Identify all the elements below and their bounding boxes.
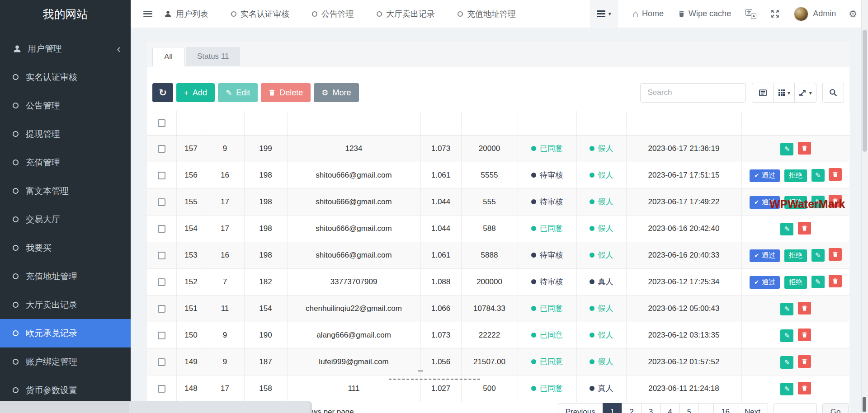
gear-icon[interactable]: ⚙ bbox=[849, 9, 857, 19]
delete-button[interactable] bbox=[798, 329, 811, 341]
bottom-scrollbar-thumb[interactable] bbox=[129, 401, 310, 413]
delete-button[interactable] bbox=[829, 168, 842, 181]
delete-button[interactable] bbox=[798, 302, 811, 314]
reject-button[interactable]: 拒绝 bbox=[784, 169, 807, 182]
search-button[interactable] bbox=[822, 83, 844, 103]
sidebar-item[interactable]: 账户绑定管理 ‹ bbox=[0, 347, 131, 376]
edit-button[interactable]: ✎ bbox=[780, 223, 793, 235]
topnav-item[interactable]: 公告管理 bbox=[312, 9, 354, 19]
reject-button[interactable]: 拒绝 bbox=[784, 249, 807, 262]
delete-button[interactable] bbox=[798, 355, 811, 368]
approve-button[interactable]: ✔通过 bbox=[750, 169, 780, 182]
column-header[interactable] bbox=[461, 111, 518, 135]
delete-button[interactable] bbox=[798, 142, 811, 155]
fake-badge: 假人 bbox=[590, 330, 613, 340]
tabs-dropdown-button[interactable]: ▾ bbox=[590, 0, 618, 28]
language-button[interactable]: 文A bbox=[745, 9, 756, 19]
wipe-cache-button[interactable]: Wipe cache bbox=[678, 9, 731, 19]
topnav-item[interactable]: 大厅卖出记录 bbox=[377, 9, 435, 19]
column-header[interactable] bbox=[244, 111, 287, 135]
row-checkbox[interactable] bbox=[158, 332, 165, 339]
approve-button[interactable]: ✔通过 bbox=[750, 249, 780, 262]
row-checkbox[interactable] bbox=[158, 278, 165, 286]
delete-button[interactable] bbox=[829, 248, 842, 261]
edit-button[interactable]: ✎ bbox=[780, 329, 793, 342]
column-header[interactable] bbox=[206, 111, 244, 135]
column-header[interactable] bbox=[626, 111, 741, 135]
columns-button[interactable]: ▾ bbox=[773, 83, 795, 103]
page-item[interactable]: Previous bbox=[558, 403, 603, 413]
page-item[interactable]: 4 bbox=[660, 403, 679, 413]
edit-button[interactable]: ✎ bbox=[811, 276, 825, 288]
avatar[interactable] bbox=[794, 7, 808, 21]
topnav-item[interactable]: 实名认证审核 bbox=[231, 9, 289, 19]
home-button[interactable]: ⌂ Home bbox=[632, 9, 664, 19]
sidebar-item[interactable]: 大厅卖出记录 ‹ bbox=[0, 291, 131, 319]
row-checkbox[interactable] bbox=[158, 385, 165, 393]
delete-button[interactable] bbox=[829, 275, 842, 287]
sidebar-item[interactable]: 充值地址管理 ‹ bbox=[0, 262, 131, 291]
topnav-item[interactable]: 充值地址管理 bbox=[458, 9, 516, 19]
page-item[interactable]: 5 bbox=[679, 403, 699, 413]
column-header[interactable] bbox=[176, 111, 206, 135]
sidebar-item[interactable]: 用户管理 ‹ bbox=[0, 34, 131, 63]
edit-button[interactable]: ✎ bbox=[780, 143, 793, 155]
edit-button[interactable]: ✎ bbox=[780, 356, 793, 369]
row-checkbox[interactable] bbox=[158, 358, 165, 366]
vertical-scrollbar[interactable] bbox=[861, 0, 868, 413]
page-item[interactable]: 1 bbox=[603, 403, 622, 413]
row-checkbox[interactable] bbox=[158, 198, 165, 206]
sidebar-item[interactable]: 货币参数设置 ‹ bbox=[0, 376, 131, 404]
sidebar-item[interactable]: 实名认证审核 ‹ bbox=[0, 63, 131, 91]
approve-button[interactable]: ✔通过 bbox=[750, 276, 780, 289]
fullscreen-button[interactable] bbox=[771, 9, 779, 18]
reject-button[interactable]: 拒绝 bbox=[784, 276, 807, 289]
page-number-input[interactable] bbox=[774, 403, 817, 413]
row-checkbox[interactable] bbox=[158, 172, 165, 179]
search-input[interactable] bbox=[640, 83, 746, 103]
column-header[interactable] bbox=[576, 111, 626, 135]
row-checkbox[interactable] bbox=[158, 305, 165, 313]
page-item[interactable]: 3 bbox=[641, 403, 660, 413]
add-button[interactable]: +Add bbox=[176, 83, 215, 102]
sidebar-item[interactable]: 公告管理 ‹ bbox=[0, 91, 131, 120]
column-header[interactable] bbox=[420, 111, 461, 135]
topnav-item[interactable]: 用户列表 bbox=[164, 9, 208, 19]
column-header[interactable] bbox=[287, 111, 420, 135]
edit-button[interactable]: ✎ bbox=[780, 383, 793, 395]
sidebar-item[interactable]: 我要买 ‹ bbox=[0, 234, 131, 262]
tab-all[interactable]: All bbox=[152, 47, 184, 66]
delete-button[interactable] bbox=[798, 222, 811, 235]
vertical-scrollbar-thumb[interactable] bbox=[863, 30, 867, 152]
edit-button[interactable]: ✎Edit bbox=[218, 83, 258, 102]
trash-icon bbox=[678, 10, 685, 18]
row-checkbox[interactable] bbox=[158, 252, 165, 259]
select-all-checkbox[interactable] bbox=[158, 119, 165, 127]
edit-button[interactable]: ✎ bbox=[811, 249, 825, 262]
page-item[interactable]: 2 bbox=[622, 403, 641, 413]
row-checkbox[interactable] bbox=[158, 145, 165, 153]
row-checkbox[interactable] bbox=[158, 225, 165, 233]
edit-button[interactable]: ✎ bbox=[811, 169, 825, 182]
detail-view-button[interactable] bbox=[752, 83, 774, 103]
page-item[interactable] bbox=[698, 403, 714, 413]
column-header[interactable] bbox=[518, 111, 576, 135]
delete-button[interactable]: Delete bbox=[261, 83, 311, 102]
sidebar-item[interactable]: 提现管理 ‹ bbox=[0, 120, 131, 148]
go-button[interactable]: Go bbox=[822, 403, 849, 413]
more-button[interactable]: ⚙More bbox=[314, 83, 359, 102]
delete-button[interactable] bbox=[798, 382, 811, 394]
sidebar-item[interactable]: 交易大厅 ‹ bbox=[0, 205, 131, 234]
hamburger-menu-icon[interactable] bbox=[143, 9, 152, 19]
export-button[interactable]: ▾ bbox=[794, 83, 816, 103]
page-item[interactable]: Next bbox=[737, 403, 768, 413]
page-item[interactable]: 16 bbox=[713, 403, 737, 413]
username-label[interactable]: Admin bbox=[813, 9, 836, 19]
sidebar-item[interactable]: 欧元承兑记录 ‹ bbox=[0, 319, 131, 347]
edit-button[interactable]: ✎ bbox=[780, 303, 793, 315]
refresh-button[interactable]: ↻ bbox=[152, 83, 173, 102]
sidebar-item[interactable]: 富文本管理 ‹ bbox=[0, 177, 131, 205]
column-header[interactable] bbox=[741, 111, 850, 135]
tab-status-11[interactable]: Status 11 bbox=[186, 47, 241, 66]
sidebar-item[interactable]: 充值管理 ‹ bbox=[0, 148, 131, 177]
